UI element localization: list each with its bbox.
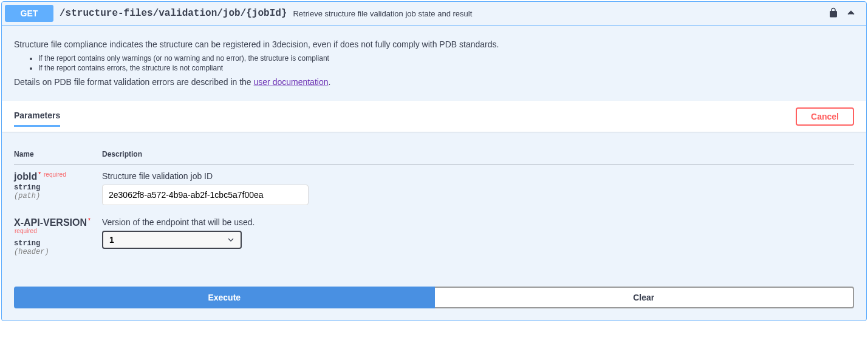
jobid-input[interactable]: [102, 185, 309, 205]
cancel-button[interactable]: Cancel: [796, 107, 854, 126]
param-name: X-API-VERSION: [14, 217, 87, 228]
method-badge: GET: [5, 5, 53, 22]
description-intro: Structure file compliance indicates the …: [14, 39, 854, 49]
parameters-header: Parameters Cancel: [2, 101, 866, 132]
description-section: Structure file compliance indicates the …: [2, 25, 866, 101]
required-star: *: [87, 217, 91, 224]
operation-summary[interactable]: GET /structure-files/validation/job/{job…: [2, 2, 866, 25]
list-item: If the report contains errors, the struc…: [38, 64, 854, 72]
action-buttons: Execute Clear: [2, 274, 866, 321]
lock-icon[interactable]: [828, 7, 839, 20]
param-type: string: [14, 182, 102, 192]
col-header-description: Description: [102, 144, 854, 165]
list-item: If the report contains only warnings (or…: [38, 54, 854, 63]
param-location: (path): [14, 192, 102, 200]
param-name: jobId: [14, 171, 37, 182]
parameters-container: Name Description jobId* required string …: [2, 132, 866, 274]
parameters-table: Name Description jobId* required string …: [14, 144, 854, 262]
chevron-up-icon[interactable]: [845, 7, 857, 21]
required-text: required: [43, 171, 66, 178]
param-location: (header): [14, 248, 102, 256]
required-star: *: [37, 171, 41, 178]
table-row: X-API-VERSION* required string (header) …: [14, 211, 854, 262]
col-header-name: Name: [14, 144, 102, 165]
table-row: jobId* required string (path) Structure …: [14, 165, 854, 212]
endpoint-description: Retrieve structure file validation job s…: [293, 9, 828, 18]
param-description: Structure file validation job ID: [102, 171, 854, 181]
description-list: If the report contains only warnings (or…: [38, 54, 854, 72]
user-documentation-link[interactable]: user documentation: [254, 77, 329, 87]
param-type: string: [14, 238, 102, 248]
tab-parameters[interactable]: Parameters: [14, 106, 60, 127]
operation-block: GET /structure-files/validation/job/{job…: [1, 1, 867, 321]
api-version-select[interactable]: 1: [102, 231, 242, 249]
clear-button[interactable]: Clear: [435, 287, 855, 308]
param-description: Version of the endpoint that will be use…: [102, 217, 854, 227]
required-text: required: [14, 228, 37, 234]
endpoint-path: /structure-files/validation/job/{jobId}: [53, 8, 293, 19]
details-suffix: .: [328, 77, 330, 87]
details-prefix: Details on PDB file format validation er…: [14, 77, 254, 87]
execute-button[interactable]: Execute: [14, 287, 435, 308]
description-details: Details on PDB file format validation er…: [14, 77, 854, 87]
operation-body: Structure file compliance indicates the …: [2, 25, 866, 321]
